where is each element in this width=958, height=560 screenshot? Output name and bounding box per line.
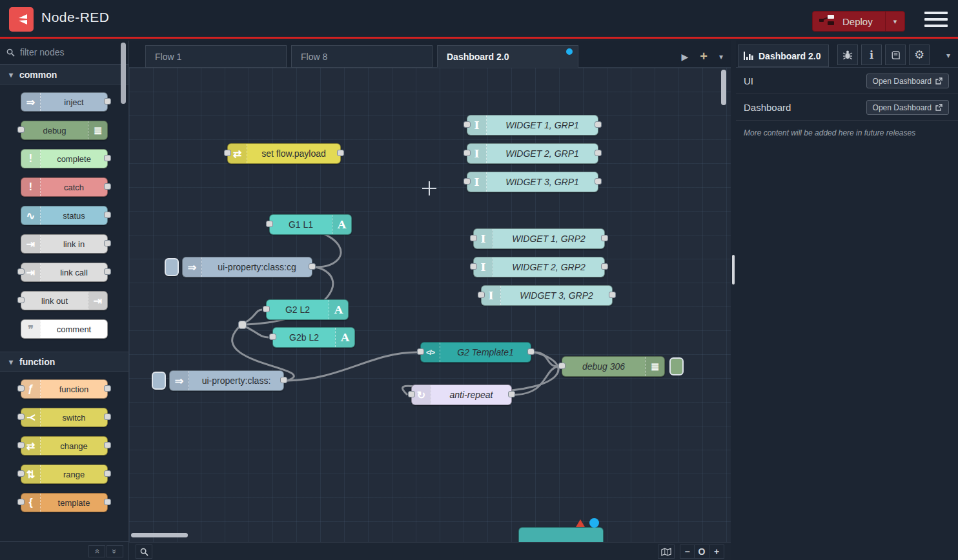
config-nodes-tab-button[interactable]: ⚙ xyxy=(909,45,930,65)
palette-node-function[interactable]: ƒfunction xyxy=(21,379,108,399)
output-port[interactable] xyxy=(104,470,111,477)
deploy-button[interactable]: Deploy ▾ xyxy=(812,11,905,32)
inject-button[interactable] xyxy=(152,372,166,390)
output-port[interactable] xyxy=(595,150,602,156)
output-port[interactable] xyxy=(104,442,111,448)
palette-category-common[interactable]: ▾common xyxy=(0,65,128,85)
output-port[interactable] xyxy=(104,385,111,392)
canvas-horizontal-scrollbar[interactable] xyxy=(131,533,188,537)
palette-collapse-all-button[interactable]: » xyxy=(88,545,105,557)
input-port[interactable] xyxy=(17,442,25,448)
output-port[interactable] xyxy=(595,121,602,128)
canvas-node-debug-306[interactable]: ≣debug 306 xyxy=(562,356,665,377)
help-tab-button[interactable] xyxy=(885,45,906,65)
canvas-node-widget-3-grp2[interactable]: IWIDGET 3, GRP2 xyxy=(481,285,613,306)
flow-tab-flow-1[interactable]: Flow 1 xyxy=(145,45,287,68)
input-port[interactable] xyxy=(263,306,270,312)
input-port[interactable] xyxy=(269,334,276,340)
debug-toggle-button[interactable] xyxy=(669,357,684,375)
tab-scroll-right-icon[interactable]: ▶ xyxy=(682,52,689,62)
output-port[interactable] xyxy=(104,98,111,105)
output-port[interactable] xyxy=(337,150,344,156)
palette-node-range[interactable]: ⇅range xyxy=(21,465,108,484)
input-port[interactable] xyxy=(464,121,471,128)
input-port[interactable] xyxy=(17,499,25,505)
wire[interactable] xyxy=(246,310,262,322)
output-port[interactable] xyxy=(601,263,608,270)
palette-expand-all-button[interactable]: » xyxy=(107,545,123,557)
palette-node-change[interactable]: ⇄change xyxy=(21,436,108,455)
sidebar-splitter[interactable] xyxy=(731,41,736,560)
zoom-out-button[interactable]: − xyxy=(680,545,695,559)
deploy-options-caret-icon[interactable]: ▾ xyxy=(885,12,904,31)
palette-node-inject[interactable]: ⇒inject xyxy=(21,92,108,112)
output-port[interactable] xyxy=(104,240,111,246)
output-port[interactable] xyxy=(508,391,515,397)
palette-node-comment[interactable]: ❞comment xyxy=(21,319,108,339)
input-port[interactable] xyxy=(558,363,566,369)
flow-list-caret-icon[interactable]: ▾ xyxy=(719,52,723,61)
search-flows-button[interactable] xyxy=(136,545,152,559)
output-port[interactable] xyxy=(104,414,111,420)
wire-junction[interactable] xyxy=(238,321,247,329)
view-navigator-button[interactable] xyxy=(658,545,675,559)
output-port[interactable] xyxy=(104,499,111,505)
open-dashboard-button[interactable]: Open Dashboard xyxy=(866,100,949,115)
input-port[interactable] xyxy=(417,348,424,355)
canvas-node-widget-2-grp2[interactable]: IWIDGET 2, GRP2 xyxy=(473,257,605,277)
splitter-handle[interactable] xyxy=(732,255,735,285)
output-port[interactable] xyxy=(601,235,608,241)
input-port[interactable] xyxy=(224,150,231,156)
palette-node-link-call[interactable]: ⇥link call xyxy=(21,263,108,282)
canvas-node-widget-2-grp1[interactable]: IWIDGET 2, GRP1 xyxy=(467,143,598,164)
input-port[interactable] xyxy=(470,235,477,241)
canvas-node-anti-repeat[interactable]: ↻anti-repeat xyxy=(411,385,512,405)
palette-node-link-in[interactable]: ⇥link in xyxy=(21,234,108,254)
canvas-node-g2-template1[interactable]: </>G2 Template1 xyxy=(420,342,531,363)
output-port[interactable] xyxy=(595,178,602,185)
sidebar-tab-dashboard[interactable]: Dashboard 2.0 xyxy=(738,45,829,67)
output-port[interactable] xyxy=(104,183,111,190)
flow-canvas[interactable]: ⇄set flow.payloadIWIDGET 1, GRP1IWIDGET … xyxy=(129,68,731,542)
input-port[interactable] xyxy=(408,391,415,397)
add-flow-button[interactable]: + xyxy=(700,49,708,64)
palette-node-switch[interactable]: Yswitch xyxy=(21,408,108,427)
wire[interactable] xyxy=(535,352,558,366)
inject-button[interactable] xyxy=(165,258,179,276)
canvas-vertical-scrollbar[interactable] xyxy=(721,70,726,105)
palette-node-link-out[interactable]: ⇥link out xyxy=(21,291,108,310)
wire[interactable] xyxy=(515,366,558,395)
canvas-node-g2-l2[interactable]: AG2 L2 xyxy=(266,299,349,320)
palette-filter-input[interactable] xyxy=(20,47,117,57)
palette-node-debug[interactable]: ≣debug xyxy=(21,121,108,140)
flow-tab-flow-8[interactable]: Flow 8 xyxy=(291,45,433,68)
canvas-node-widget-3-grp1[interactable]: IWIDGET 3, GRP1 xyxy=(467,172,598,192)
output-port[interactable] xyxy=(104,268,111,275)
zoom-in-button[interactable]: + xyxy=(709,545,724,559)
output-port[interactable] xyxy=(609,292,616,298)
main-menu-button[interactable] xyxy=(924,10,948,28)
wire[interactable] xyxy=(287,352,417,381)
input-port[interactable] xyxy=(17,470,25,477)
palette-node-status[interactable]: ∿status xyxy=(21,206,108,225)
input-port[interactable] xyxy=(266,221,273,227)
canvas-node-set-flow-payload[interactable]: ⇄set flow.payload xyxy=(227,143,341,164)
input-port[interactable] xyxy=(17,385,25,392)
palette-node-template[interactable]: {template xyxy=(21,493,108,512)
input-port[interactable] xyxy=(464,150,471,156)
canvas-node-widget-1-grp2[interactable]: IWIDGET 1, GRP2 xyxy=(473,228,605,249)
wire[interactable] xyxy=(246,327,269,337)
input-port[interactable] xyxy=(17,414,25,420)
palette-category-function[interactable]: ▾function xyxy=(0,352,128,372)
canvas-node-ui-property-class-[interactable]: ⇒ui-property:class: xyxy=(169,370,284,391)
info-tab-button[interactable]: i xyxy=(861,45,882,65)
output-port[interactable] xyxy=(309,263,316,270)
canvas-node-g1-l1[interactable]: AG1 L1 xyxy=(269,214,352,235)
output-port[interactable] xyxy=(104,212,111,218)
output-port[interactable] xyxy=(527,348,535,355)
canvas-node-g2b-l2[interactable]: AG2b L2 xyxy=(272,327,355,348)
input-port[interactable] xyxy=(470,263,477,270)
sidebar-tab-list-caret-icon[interactable]: ▾ xyxy=(946,51,950,60)
palette-node-catch[interactable]: !catch xyxy=(21,177,108,197)
output-port[interactable] xyxy=(104,155,111,161)
